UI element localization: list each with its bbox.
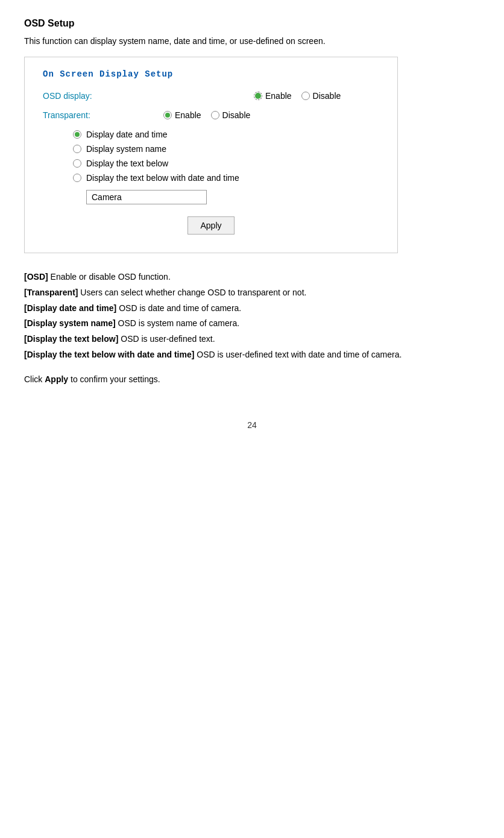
desc-datetime: [Display date and time] OSD is date and … <box>24 301 480 316</box>
desc-datetime-label: [Display date and time] <box>24 303 116 313</box>
desc-osd-label: [OSD] <box>24 272 48 282</box>
intro-text: This function can display system name, d… <box>24 36 480 46</box>
desc-datetime-text: OSD is date and time of camera. <box>116 303 241 313</box>
page-number: 24 <box>24 420 480 430</box>
radio-row-0[interactable]: Display date and time <box>73 130 379 139</box>
radio-display-datetime[interactable] <box>73 130 81 139</box>
osd-disable-option[interactable]: Disable <box>301 91 341 101</box>
desc-text-below-label: [Display the text below] <box>24 334 118 344</box>
transparent-radio-group: Enable Disable <box>163 110 250 120</box>
desc-osd: [OSD] Enable or disable OSD function. <box>24 270 480 285</box>
desc-transparent-label: [Transparent] <box>24 288 78 297</box>
desc-text-below-text: OSD is user-defined text. <box>118 334 215 344</box>
desc-transparent: [Transparent] Users can select whether c… <box>24 286 480 300</box>
osd-disable-radio[interactable] <box>301 92 310 100</box>
osd-form-box: On Screen Display Setup OSD display: Ena… <box>24 57 398 253</box>
desc-sysname-text: OSD is system name of camera. <box>116 318 239 328</box>
desc-osd-text: Enable or disable OSD function. <box>48 272 171 282</box>
osd-display-row: OSD display: Enable Disable <box>43 91 379 101</box>
osd-enable-radio[interactable] <box>254 92 262 100</box>
osd-enable-option[interactable]: Enable <box>254 91 292 101</box>
display-options-group: Display date and time Display system nam… <box>73 130 379 204</box>
radio-display-datetime-label: Display date and time <box>86 130 168 139</box>
desc-text-datetime: [Display the text below with date and ti… <box>24 348 480 362</box>
desc-text-below: [Display the text below] OSD is user-def… <box>24 332 480 347</box>
click-note-bold: Apply <box>45 374 68 384</box>
transparent-enable-option[interactable]: Enable <box>163 110 201 120</box>
camera-text-input[interactable] <box>86 190 207 204</box>
form-header: On Screen Display Setup <box>43 69 379 79</box>
osd-enable-label: Enable <box>265 91 292 101</box>
apply-button[interactable]: Apply <box>187 216 234 235</box>
transparent-disable-label: Disable <box>222 110 251 120</box>
radio-display-text-datetime[interactable] <box>73 174 81 182</box>
osd-display-radio-group: Enable Disable <box>254 91 341 101</box>
osd-disable-label: Disable <box>313 91 341 101</box>
radio-display-text[interactable] <box>73 159 81 168</box>
radio-row-2[interactable]: Display the text below <box>73 159 379 168</box>
transparent-disable-option[interactable]: Disable <box>211 110 251 120</box>
desc-transparent-text: Users can select whether change OSD to t… <box>78 288 306 297</box>
description-block: [OSD] Enable or disable OSD function. [T… <box>24 270 480 362</box>
click-note-prefix: Click <box>24 374 45 384</box>
radio-display-sysname[interactable] <box>73 145 81 153</box>
radio-display-sysname-label: Display system name <box>86 144 166 154</box>
click-note: Click Apply to confirm your settings. <box>24 374 480 384</box>
transparent-row: Transparent: Enable Disable <box>43 110 379 120</box>
osd-display-label: OSD display: <box>43 91 163 101</box>
transparent-disable-radio[interactable] <box>211 111 219 119</box>
transparent-enable-label: Enable <box>175 110 201 120</box>
radio-row-3[interactable]: Display the text below with date and tim… <box>73 173 379 183</box>
desc-text-datetime-text: OSD is user-defined text with date and t… <box>194 350 402 359</box>
transparent-enable-radio[interactable] <box>163 111 172 119</box>
radio-row-1[interactable]: Display system name <box>73 144 379 154</box>
desc-sysname: [Display system name] OSD is system name… <box>24 317 480 331</box>
radio-display-text-label: Display the text below <box>86 159 168 168</box>
text-input-wrapper <box>73 187 379 204</box>
desc-text-datetime-label: [Display the text below with date and ti… <box>24 350 194 359</box>
click-note-suffix: to confirm your settings. <box>68 374 160 384</box>
page-title: OSD Setup <box>24 18 480 29</box>
transparent-label: Transparent: <box>43 110 163 120</box>
apply-row: Apply <box>43 216 379 235</box>
desc-sysname-label: [Display system name] <box>24 318 116 328</box>
radio-display-text-datetime-label: Display the text below with date and tim… <box>86 173 239 183</box>
